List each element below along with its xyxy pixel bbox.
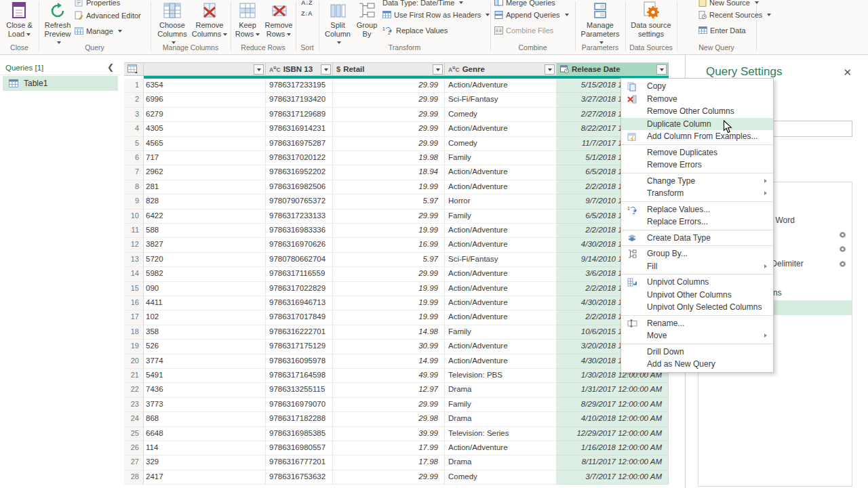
cell-retail[interactable]: 19.99 bbox=[333, 282, 445, 296]
cell-genre[interactable]: Action/Adventure bbox=[445, 441, 557, 455]
cell-genre[interactable]: Family bbox=[445, 325, 557, 340]
cell-isbn13[interactable]: 9786313255115 bbox=[266, 383, 333, 397]
menu-item-replace-values[interactable]: 12 Replace Values... bbox=[621, 203, 773, 216]
cell-genre[interactable]: Comedy bbox=[445, 470, 557, 485]
merge-queries-button[interactable]: Merge Queries bbox=[494, 0, 555, 8]
cell-isbn13[interactable]: 9786317233133 bbox=[266, 209, 333, 224]
column-filter-button[interactable] bbox=[433, 64, 443, 75]
enter-data-button[interactable]: Enter Data bbox=[698, 24, 746, 36]
cell-id[interactable]: 358 bbox=[144, 325, 266, 340]
cell-retail[interactable]: 39.99 bbox=[333, 427, 445, 441]
menu-item-unpivot-columns[interactable]: Unpivot Columns bbox=[621, 276, 773, 289]
step-settings-gear-icon[interactable] bbox=[839, 245, 846, 253]
cell-retail[interactable]: 29.99 bbox=[333, 79, 445, 93]
cell-id[interactable]: 281 bbox=[144, 180, 266, 195]
remove-rows-button[interactable]: Remove Rows bbox=[263, 0, 294, 39]
cell-retail[interactable]: 49.99 bbox=[333, 369, 445, 383]
column-header-release-date[interactable]: Release Date bbox=[557, 62, 669, 76]
advanced-editor-button[interactable]: Advanced Editor bbox=[75, 9, 141, 21]
cell-genre[interactable]: Action/Adventure bbox=[445, 165, 557, 180]
cell-isbn13[interactable]: 9786317164598 bbox=[266, 369, 333, 383]
cell-isbn13[interactable]: 9786316946713 bbox=[266, 296, 333, 310]
cell-id[interactable]: 114 bbox=[144, 441, 266, 455]
cell-isbn13[interactable]: 9786317022829 bbox=[266, 282, 333, 296]
cell-release-date[interactable]: 1/16/2018 12:00:00 AM bbox=[557, 441, 669, 455]
cell-genre[interactable]: Action/Adventure bbox=[445, 282, 557, 296]
cell-release-date[interactable]: 4/10/2018 12:00:00 AM bbox=[557, 412, 669, 426]
cell-id[interactable]: 717 bbox=[144, 151, 266, 165]
cell-isbn13[interactable]: 9786317175129 bbox=[266, 340, 333, 354]
cell-id[interactable]: 2417 bbox=[144, 470, 266, 485]
cell-isbn13[interactable]: 9786316983336 bbox=[266, 224, 333, 238]
cell-isbn13[interactable]: 9786316914231 bbox=[266, 122, 333, 136]
cell-isbn13[interactable]: 9786316222701 bbox=[266, 325, 333, 340]
column-filter-button[interactable] bbox=[321, 64, 331, 75]
cell-retail[interactable]: 30.99 bbox=[333, 340, 445, 354]
menu-item-replace-errors[interactable]: Replace Errors... bbox=[621, 216, 773, 228]
cell-isbn13[interactable]: 9786316970626 bbox=[266, 238, 333, 252]
column-filter-button[interactable] bbox=[545, 64, 555, 75]
data-source-settings-button[interactable]: Data source settings bbox=[629, 0, 673, 39]
cell-genre[interactable]: Drama bbox=[445, 455, 557, 470]
menu-item-unpivot-other-columns[interactable]: Unpivot Other Columns bbox=[621, 289, 773, 302]
cell-retail[interactable]: 29.99 bbox=[333, 137, 445, 151]
cell-id[interactable]: 5982 bbox=[144, 267, 266, 281]
cell-isbn13[interactable]: 9786317233195 bbox=[266, 79, 333, 93]
cell-genre[interactable]: Family bbox=[445, 398, 557, 412]
cell-id[interactable]: 7436 bbox=[144, 383, 266, 397]
cell-retail[interactable]: 5.97 bbox=[333, 195, 445, 209]
cell-genre[interactable]: Action/Adventure bbox=[445, 224, 557, 238]
cell-id[interactable]: 2962 bbox=[144, 165, 266, 180]
cell-isbn13[interactable]: 9786317020122 bbox=[266, 151, 333, 165]
properties-button[interactable]: Properties bbox=[75, 0, 120, 8]
cell-id[interactable]: 6354 bbox=[144, 79, 266, 93]
menu-item-rename[interactable]: Rename... bbox=[621, 317, 773, 330]
replace-values-button[interactable]: 12 Replace Values bbox=[382, 24, 448, 36]
close-panel-icon[interactable]: ✕ bbox=[843, 66, 852, 79]
cell-genre[interactable]: Action/Adventure bbox=[445, 267, 557, 281]
cell-genre[interactable]: Action/Adventure bbox=[445, 296, 557, 310]
menu-item-remove[interactable]: Remove bbox=[621, 93, 773, 106]
cell-isbn13[interactable]: 9786316985385 bbox=[266, 427, 333, 441]
cell-retail[interactable]: 29.99 bbox=[333, 108, 445, 122]
cell-isbn13[interactable]: 9786317129689 bbox=[266, 108, 333, 122]
cell-retail[interactable]: 19.99 bbox=[333, 296, 445, 310]
cell-id[interactable]: 5720 bbox=[144, 253, 266, 267]
cell-retail[interactable]: 14.99 bbox=[333, 354, 445, 369]
split-column-button[interactable]: Split Column bbox=[323, 0, 353, 39]
menu-item-copy[interactable]: Copy bbox=[621, 80, 773, 93]
cell-genre[interactable]: Action/Adventure bbox=[445, 180, 557, 195]
collapse-pane-icon[interactable]: ❮ bbox=[107, 62, 114, 72]
cell-retail[interactable]: 29.99 bbox=[333, 93, 445, 107]
cell-id[interactable]: 6422 bbox=[144, 209, 266, 224]
cell-release-date[interactable]: 8/29/2017 12:00:00 AM bbox=[557, 398, 669, 412]
remove-columns-button[interactable]: Remove Columns bbox=[191, 0, 228, 39]
cell-isbn13[interactable]: 9786317017849 bbox=[266, 310, 333, 325]
menu-item-duplicate-column[interactable]: Duplicate Column bbox=[621, 118, 773, 131]
cell-release-date[interactable]: 1/31/2017 12:00:00 AM bbox=[557, 383, 669, 397]
cell-id[interactable]: 828 bbox=[144, 195, 266, 209]
cell-isbn13[interactable]: 9786316975287 bbox=[266, 137, 333, 151]
menu-item-create-data-type[interactable]: Create Data Type bbox=[621, 232, 773, 245]
close-and-load-button[interactable]: Close & Load bbox=[3, 0, 36, 39]
new-source-button[interactable]: New Source bbox=[698, 0, 759, 8]
cell-genre[interactable]: Horror bbox=[445, 195, 557, 209]
cell-genre[interactable]: Action/Adventure bbox=[445, 340, 557, 354]
menu-item-add-column-from-examples[interactable]: Add Column From Examples... bbox=[621, 130, 773, 143]
column-filter-button[interactable] bbox=[254, 64, 264, 75]
cell-release-date[interactable]: 12/29/2017 12:00:00 AM bbox=[557, 427, 669, 441]
cell-retail[interactable]: 29.99 bbox=[333, 209, 445, 224]
menu-item-move[interactable]: Move bbox=[621, 329, 773, 342]
cell-release-date[interactable]: 3/7/2017 12:00:00 AM bbox=[557, 470, 669, 485]
cell-genre[interactable]: Family bbox=[445, 151, 557, 165]
cell-genre[interactable]: Action/Adventure bbox=[445, 354, 557, 369]
cell-isbn13[interactable]: 9786316777201 bbox=[266, 455, 333, 470]
cell-genre[interactable]: Television: Series bbox=[445, 427, 557, 441]
menu-item-change-type[interactable]: Change Type bbox=[621, 175, 773, 188]
cell-retail[interactable]: 19.99 bbox=[333, 310, 445, 325]
menu-item-remove-errors[interactable]: Remove Errors bbox=[621, 159, 773, 171]
cell-genre[interactable]: Sci-Fi/Fantasy bbox=[445, 93, 557, 107]
cell-retail[interactable]: 19.98 bbox=[333, 151, 445, 165]
cell-id[interactable]: 102 bbox=[144, 310, 266, 325]
cell-retail[interactable]: 16.99 bbox=[333, 238, 445, 252]
